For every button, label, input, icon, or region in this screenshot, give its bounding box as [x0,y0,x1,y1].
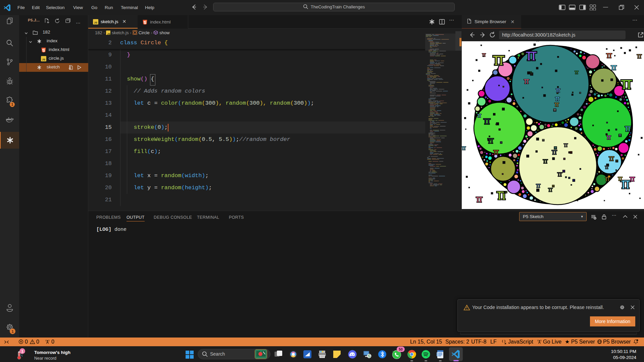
svg-text:JS: JS [42,58,45,61]
svg-text:JS: JS [94,21,97,24]
svg-text:JS: JS [107,33,110,35]
